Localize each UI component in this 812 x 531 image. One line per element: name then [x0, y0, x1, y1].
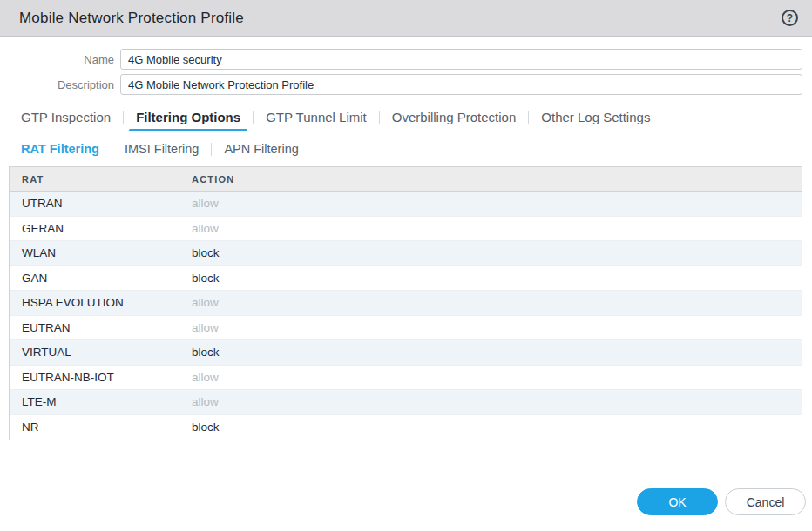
tab-overbilling-protection[interactable]: Overbilling Protection — [380, 104, 529, 131]
action-cell[interactable]: block — [179, 340, 802, 365]
table-row: HSPA EVOLUTION allow — [10, 291, 802, 316]
dialog-footer: OK Cancel — [637, 488, 806, 515]
rat-cell: WLAN — [10, 241, 179, 266]
rat-cell: GAN — [10, 266, 179, 291]
table-header-row: RAT ACTION — [10, 167, 802, 192]
table-row: EUTRAN-NB-IOT allow — [10, 366, 802, 391]
table-row: VIRTUAL block — [10, 340, 802, 366]
action-cell[interactable]: allow — [179, 291, 802, 315]
help-icon[interactable]: ? — [782, 10, 798, 26]
description-field[interactable] — [120, 74, 802, 95]
subtab-rat-filtering[interactable]: RAT Filtering — [9, 142, 112, 156]
tab-gtp-inspection[interactable]: GTP Inspection — [9, 104, 123, 131]
rat-cell: HSPA EVOLUTION — [10, 291, 179, 315]
name-label: Name — [0, 53, 120, 66]
rat-cell: NR — [10, 415, 179, 440]
cancel-button[interactable]: Cancel — [725, 488, 806, 515]
table-row: GAN block — [10, 266, 802, 292]
table-row: UTRAN allow — [10, 192, 802, 217]
table-body: UTRAN allow GERAN allow WLAN block GAN b… — [10, 192, 802, 440]
mobile-network-protection-profile-dialog: Mobile Network Protection Profile ? Name… — [0, 0, 812, 531]
column-header-action: ACTION — [179, 167, 802, 191]
action-cell[interactable]: allow — [179, 316, 802, 340]
rat-cell: GERAN — [10, 217, 179, 241]
subtab-apn-filtering[interactable]: APN Filtering — [212, 142, 310, 156]
main-tab-bar: GTP Inspection Filtering Options GTP Tun… — [0, 104, 812, 131]
description-label: Description — [0, 78, 120, 91]
table-row: WLAN block — [10, 241, 802, 266]
rat-cell: UTRAN — [10, 192, 179, 216]
tab-gtp-tunnel-limit[interactable]: GTP Tunnel Limit — [254, 104, 379, 131]
table-row: EUTRAN allow — [10, 316, 802, 341]
rat-cell: LTE-M — [10, 390, 179, 414]
dialog-title: Mobile Network Protection Profile — [19, 10, 782, 27]
action-cell[interactable]: allow — [179, 217, 802, 241]
rat-cell: VIRTUAL — [10, 340, 179, 365]
tab-other-log-settings[interactable]: Other Log Settings — [529, 104, 662, 131]
action-cell[interactable]: block — [179, 241, 802, 266]
tab-filtering-options[interactable]: Filtering Options — [124, 104, 253, 131]
column-header-rat: RAT — [10, 167, 179, 191]
rat-cell: EUTRAN — [10, 316, 179, 340]
dialog-titlebar: Mobile Network Protection Profile ? — [0, 0, 812, 37]
table-row: NR block — [10, 415, 802, 440]
name-field[interactable] — [120, 49, 802, 70]
action-cell[interactable]: allow — [179, 192, 802, 216]
action-cell[interactable]: block — [179, 415, 802, 440]
action-cell[interactable]: allow — [179, 390, 802, 414]
rat-cell: EUTRAN-NB-IOT — [10, 366, 179, 390]
filtering-subtab-bar: RAT Filtering IMSI Filtering APN Filteri… — [0, 131, 812, 166]
description-row: Description — [0, 74, 812, 95]
ok-button[interactable]: OK — [637, 488, 718, 515]
table-row: GERAN allow — [10, 217, 802, 242]
subtab-imsi-filtering[interactable]: IMSI Filtering — [112, 142, 211, 156]
action-cell[interactable]: allow — [179, 366, 802, 390]
rat-filtering-table: RAT ACTION UTRAN allow GERAN allow WLAN … — [9, 166, 802, 440]
profile-form: Name Description — [0, 37, 812, 95]
name-row: Name — [0, 49, 812, 70]
table-row: LTE-M allow — [10, 390, 802, 415]
action-cell[interactable]: block — [179, 266, 802, 291]
